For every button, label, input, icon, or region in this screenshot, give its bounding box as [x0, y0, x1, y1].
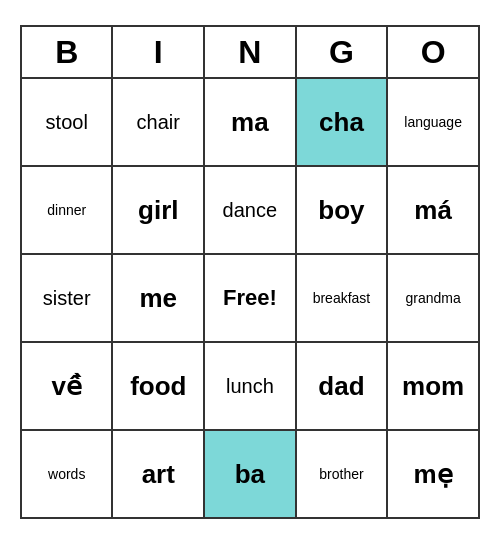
bingo-row-2: sistermeFree!breakfastgrandma	[21, 254, 479, 342]
bingo-cell-r2-c0: sister	[21, 254, 112, 342]
bingo-cell-r0-c1: chair	[112, 78, 204, 166]
bingo-cell-r3-c4: mom	[387, 342, 479, 430]
bingo-cell-r3-c0: về	[21, 342, 112, 430]
bingo-cell-r1-c0: dinner	[21, 166, 112, 254]
bingo-cell-r1-c2: dance	[204, 166, 296, 254]
bingo-row-0: stoolchairmachalanguage	[21, 78, 479, 166]
bingo-cell-r2-c3: breakfast	[296, 254, 388, 342]
bingo-cell-r3-c1: food	[112, 342, 204, 430]
bingo-cell-r3-c3: dad	[296, 342, 388, 430]
bingo-cell-r4-c3: brother	[296, 430, 388, 518]
bingo-letter-I: I	[112, 26, 204, 78]
bingo-cell-r1-c1: girl	[112, 166, 204, 254]
bingo-cell-r4-c0: words	[21, 430, 112, 518]
bingo-header: BINGO	[21, 26, 479, 78]
bingo-letter-G: G	[296, 26, 388, 78]
bingo-card: BINGO stoolchairmachalanguagedinnergirld…	[20, 25, 480, 519]
bingo-letter-B: B	[21, 26, 112, 78]
bingo-cell-r0-c2: ma	[204, 78, 296, 166]
bingo-row-4: wordsartbabrothermẹ	[21, 430, 479, 518]
bingo-cell-r0-c3: cha	[296, 78, 388, 166]
bingo-cell-r1-c3: boy	[296, 166, 388, 254]
bingo-cell-r3-c2: lunch	[204, 342, 296, 430]
bingo-cell-r1-c4: má	[387, 166, 479, 254]
bingo-cell-r4-c1: art	[112, 430, 204, 518]
bingo-letter-N: N	[204, 26, 296, 78]
bingo-cell-r0-c0: stool	[21, 78, 112, 166]
bingo-row-3: vềfoodlunchdadmom	[21, 342, 479, 430]
bingo-cell-r2-c2: Free!	[204, 254, 296, 342]
bingo-cell-r4-c2: ba	[204, 430, 296, 518]
bingo-row-1: dinnergirldanceboymá	[21, 166, 479, 254]
bingo-cell-r2-c1: me	[112, 254, 204, 342]
bingo-cell-r2-c4: grandma	[387, 254, 479, 342]
bingo-cell-r4-c4: mẹ	[387, 430, 479, 518]
bingo-letter-O: O	[387, 26, 479, 78]
bingo-cell-r0-c4: language	[387, 78, 479, 166]
